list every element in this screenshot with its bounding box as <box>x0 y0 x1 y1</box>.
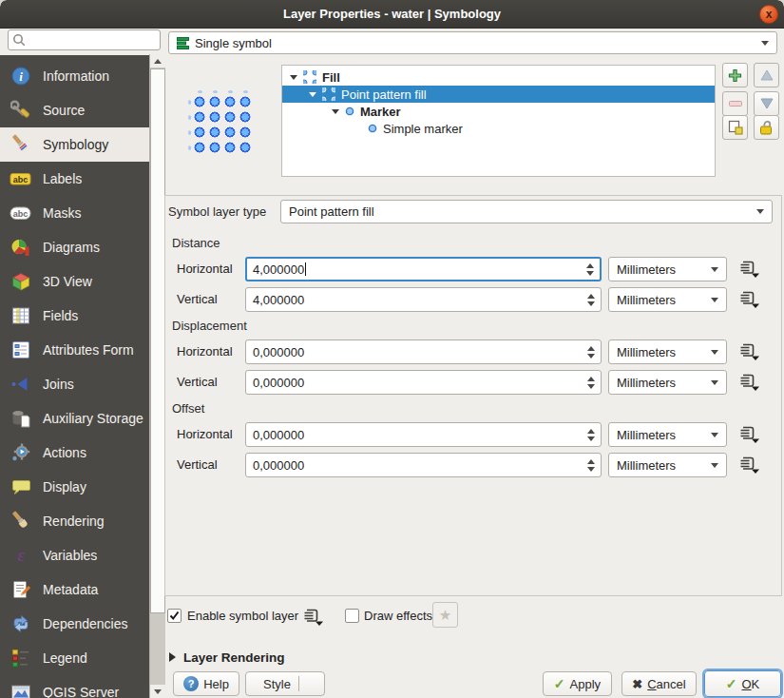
chevron-down-icon <box>756 209 764 214</box>
distance-vertical-input[interactable]: 4,000000 <box>245 287 602 312</box>
tree-row-fill[interactable]: Fill <box>282 68 715 86</box>
distance-vertical-override-button[interactable] <box>734 288 764 311</box>
sidebar-scrollbar[interactable] <box>149 54 165 698</box>
ok-button[interactable]: ✓ OK <box>704 670 781 697</box>
sidebar-item-metadata[interactable]: Metadata <box>0 572 149 607</box>
sidebar-item-variables[interactable]: ε Variables <box>0 538 149 572</box>
close-window-button[interactable]: x <box>759 5 778 24</box>
sidebar-item-display[interactable]: Display <box>0 470 149 504</box>
sidebar-item-symbology[interactable]: Symbology <box>0 127 149 162</box>
distance-group-label: Distance <box>172 231 220 256</box>
lock-color-button[interactable] <box>754 115 779 140</box>
sidebar-item-masks[interactable]: abc Masks <box>0 196 149 230</box>
sidebar-item-auxiliary-storage[interactable]: Auxiliary Storage <box>0 401 149 436</box>
sidebar-item-qgis-server[interactable]: QGIS Server <box>0 675 149 698</box>
renderer-type-value: Single symbol <box>195 36 272 50</box>
plus-icon <box>728 68 742 83</box>
spinner-buttons[interactable] <box>585 371 597 394</box>
svg-text:i: i <box>19 69 23 84</box>
layer-properties-dialog: Layer Properties - water | Symbology x S… <box>0 0 784 698</box>
displacement-vertical-input[interactable]: 0,000000 <box>245 370 602 395</box>
sidebar-item-legend[interactable]: Legend <box>0 641 149 675</box>
renderer-type-combo[interactable]: Single symbol <box>168 31 777 54</box>
expander-icon[interactable] <box>332 109 339 114</box>
move-layer-down-button[interactable] <box>754 91 779 116</box>
expander-icon[interactable] <box>309 92 316 97</box>
displacement-horizontal-override-button[interactable] <box>734 340 764 363</box>
displacement-horizontal-input[interactable]: 0,000000 <box>245 339 602 364</box>
distance-horizontal-label: Horizontal <box>177 257 233 281</box>
abc-mask-icon: abc <box>10 202 32 224</box>
scrollbar-thumb[interactable] <box>150 68 165 613</box>
sidebar-item-information[interactable]: i Information <box>0 59 149 93</box>
search-input[interactable] <box>26 33 160 47</box>
spinner-buttons[interactable] <box>585 423 597 446</box>
displacement-vertical-override-button[interactable] <box>734 371 764 394</box>
checkmark-icon <box>169 611 180 621</box>
offset-vertical-label: Vertical <box>177 453 218 477</box>
spinner-buttons[interactable] <box>584 259 596 280</box>
settings-search-box[interactable] <box>8 29 161 50</box>
check-icon: ✓ <box>726 676 737 691</box>
sidebar-item-joins[interactable]: Joins <box>0 367 149 401</box>
scrollbar-down-button[interactable] <box>150 685 165 698</box>
sidebar-item-actions[interactable]: Actions <box>0 436 149 470</box>
open-lock-icon <box>759 120 774 135</box>
titlebar: Layer Properties - water | Symbology x <box>0 0 784 29</box>
sidebar-item-diagrams[interactable]: Diagrams <box>0 230 149 264</box>
preview-edge-dot <box>188 115 191 120</box>
tree-row-point-pattern-fill[interactable]: Point pattern fill <box>282 86 715 103</box>
add-symbol-layer-button[interactable] <box>722 63 748 87</box>
symbol-preview <box>192 94 253 155</box>
style-button[interactable]: Style <box>245 671 325 696</box>
displacement-horizontal-unit-combo[interactable]: Millimeters <box>608 339 727 364</box>
spinner-buttons[interactable] <box>585 340 597 363</box>
offset-horizontal-override-button[interactable] <box>734 423 764 446</box>
offset-vertical-override-button[interactable] <box>734 454 764 476</box>
offset-vertical-unit-combo[interactable]: Millimeters <box>608 453 727 477</box>
scrollbar-up-button[interactable] <box>150 54 165 68</box>
join-arrow-icon <box>10 373 32 396</box>
tree-row-marker[interactable]: Marker <box>282 103 715 120</box>
symbol-layer-type-combo[interactable]: Point pattern fill <box>280 200 773 223</box>
data-defined-override-icon <box>737 290 760 309</box>
svg-text:ε: ε <box>17 546 25 565</box>
duplicate-symbol-layer-button[interactable] <box>722 115 748 140</box>
displacement-vertical-unit-combo[interactable]: Millimeters <box>608 370 727 395</box>
sidebar-item-dependencies[interactable]: Dependencies <box>0 607 149 641</box>
enable-symbol-layer-override-button[interactable] <box>297 606 328 629</box>
single-symbol-icon <box>177 37 189 49</box>
sidebar-item-source[interactable]: Source <box>0 93 149 127</box>
spinner-buttons[interactable] <box>585 288 597 311</box>
distance-horizontal-override-button[interactable] <box>734 258 764 281</box>
window-title: Layer Properties - water | Symbology <box>0 0 784 29</box>
customize-effects-button[interactable]: ★ <box>432 602 458 628</box>
tree-row-simple-marker[interactable]: Simple marker <box>282 120 715 137</box>
sidebar-item-rendering[interactable]: Rendering <box>0 504 149 538</box>
data-defined-override-icon <box>301 608 324 627</box>
layer-rendering-expander-icon[interactable] <box>169 652 176 662</box>
draw-effects-checkbox[interactable] <box>345 609 359 623</box>
distance-horizontal-unit-combo[interactable]: Millimeters <box>608 257 727 281</box>
remove-symbol-layer-button[interactable] <box>722 91 748 116</box>
sidebar-item-3d-view[interactable]: 3D View <box>0 264 149 299</box>
move-layer-up-button[interactable] <box>754 63 779 87</box>
distance-horizontal-input[interactable]: 4,000000 <box>245 257 602 281</box>
cancel-button[interactable]: ✖ Cancel <box>621 671 697 696</box>
sidebar-item-labels[interactable]: abc Labels <box>0 162 149 196</box>
expander-icon[interactable] <box>290 75 297 80</box>
layer-rendering-header[interactable]: Layer Rendering <box>183 650 285 665</box>
preview-edge-dot <box>188 100 191 105</box>
spinner-buttons[interactable] <box>585 454 597 476</box>
help-button[interactable]: ? Help <box>173 671 239 696</box>
offset-horizontal-unit-combo[interactable]: Millimeters <box>608 422 727 447</box>
offset-horizontal-input[interactable]: 0,000000 <box>245 422 602 447</box>
database-page-icon <box>10 407 32 430</box>
sidebar-item-attributes-form[interactable]: Attributes Form <box>0 333 149 367</box>
offset-vertical-input[interactable]: 0,000000 <box>245 453 602 477</box>
distance-vertical-unit-combo[interactable]: Millimeters <box>608 287 727 312</box>
form-icon <box>10 339 32 361</box>
enable-symbol-layer-checkbox[interactable] <box>167 609 182 623</box>
sidebar-item-fields[interactable]: Fields <box>0 299 149 333</box>
apply-button[interactable]: ✓ Apply <box>543 671 612 696</box>
